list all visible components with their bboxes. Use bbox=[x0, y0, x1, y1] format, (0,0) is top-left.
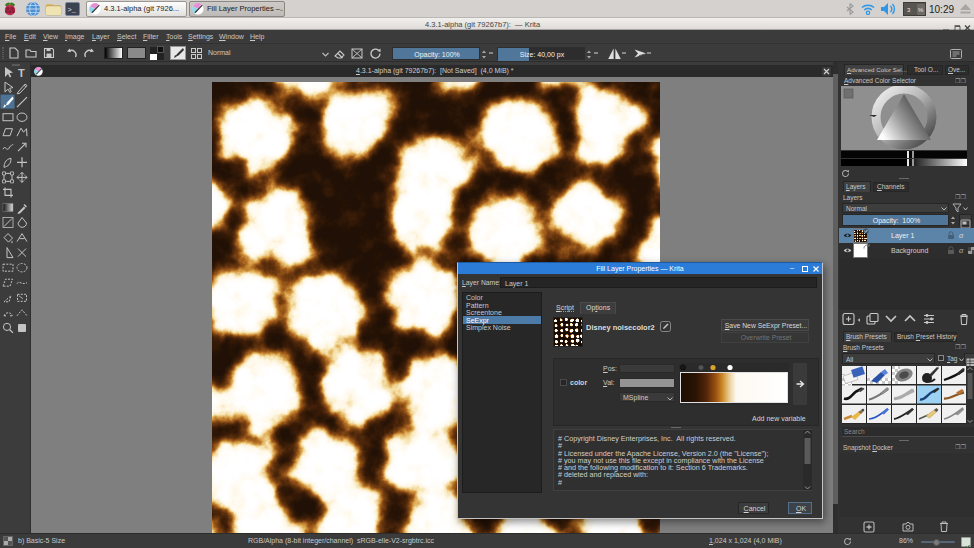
svg-text:>_: >_ bbox=[68, 6, 77, 14]
svg-text:T: T bbox=[18, 67, 25, 79]
